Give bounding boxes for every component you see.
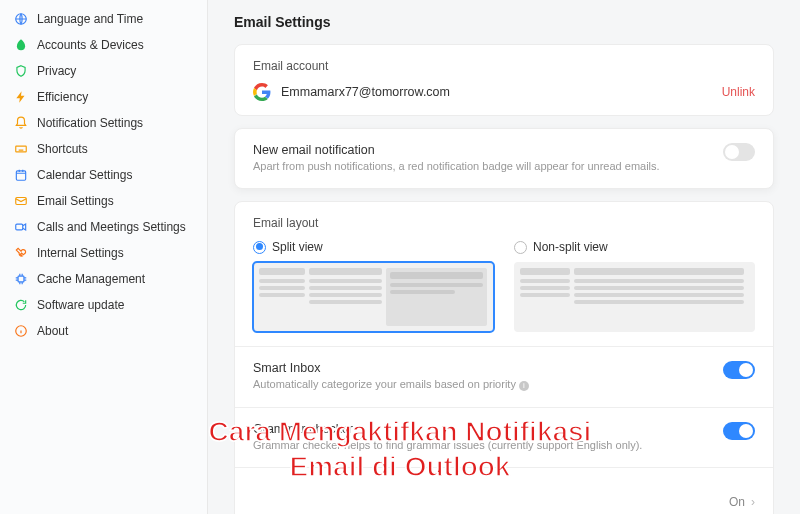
- sidebar-item-label: Privacy: [37, 64, 76, 78]
- info-icon[interactable]: i: [519, 381, 529, 391]
- sidebar-item-label: Software update: [37, 298, 124, 312]
- sidebar-item-label: Shortcuts: [37, 142, 88, 156]
- notification-toggle[interactable]: [723, 143, 755, 161]
- globe-icon: [14, 12, 28, 26]
- section-label: Email layout: [253, 216, 755, 230]
- chip-icon: [14, 272, 28, 286]
- grammar-title: Grammar checker: [253, 422, 723, 436]
- sidebar-item-cache-management[interactable]: Cache Management: [0, 266, 207, 292]
- radio-label: Split view: [272, 240, 323, 254]
- svg-rect-2: [16, 171, 25, 180]
- sidebar-item-about[interactable]: About: [0, 318, 207, 344]
- signature-row[interactable]: On ›: [253, 482, 755, 514]
- sidebar-item-privacy[interactable]: Privacy: [0, 58, 207, 84]
- settings-sidebar: Language and Time Accounts & Devices Pri…: [0, 0, 208, 514]
- radio-label: Non-split view: [533, 240, 608, 254]
- svg-rect-1: [16, 146, 27, 152]
- email-address: Emmamarx77@tomorrow.com: [281, 85, 450, 99]
- bolt-icon: [14, 90, 28, 104]
- sidebar-item-label: About: [37, 324, 68, 338]
- sidebar-item-label: Notification Settings: [37, 116, 143, 130]
- mail-icon: [14, 194, 28, 208]
- sidebar-item-efficiency[interactable]: Efficiency: [0, 84, 207, 110]
- video-icon: [14, 220, 28, 234]
- sidebar-item-label: Efficiency: [37, 90, 88, 104]
- svg-rect-4: [16, 224, 23, 230]
- divider: [235, 346, 773, 347]
- smart-inbox-row: Smart Inbox Automatically categorize you…: [253, 361, 755, 392]
- main-content: Email Settings Email account Emmamarx77@…: [208, 0, 800, 514]
- sidebar-item-label: Calls and Meetings Settings: [37, 220, 186, 234]
- split-view-preview: [253, 262, 494, 332]
- smart-inbox-title: Smart Inbox: [253, 361, 723, 375]
- layout-option-split[interactable]: Split view: [253, 240, 494, 332]
- sidebar-item-label: Calendar Settings: [37, 168, 132, 182]
- notification-description: Apart from push notifications, a red not…: [253, 159, 723, 174]
- grammar-description: Grammar checker helps to find grammar is…: [253, 438, 723, 453]
- nonsplit-view-preview: [514, 262, 755, 332]
- sidebar-item-notification-settings[interactable]: Notification Settings: [0, 110, 207, 136]
- unlink-button[interactable]: Unlink: [722, 85, 755, 99]
- divider: [235, 407, 773, 408]
- new-email-notification-card: New email notification Apart from push n…: [234, 128, 774, 189]
- bell-icon: [14, 116, 28, 130]
- sidebar-item-label: Email Settings: [37, 194, 114, 208]
- sidebar-item-label: Cache Management: [37, 272, 145, 286]
- sidebar-item-label: Language and Time: [37, 12, 143, 26]
- radio-unselected-icon: [514, 241, 527, 254]
- sidebar-item-shortcuts[interactable]: Shortcuts: [0, 136, 207, 162]
- sidebar-item-label: Accounts & Devices: [37, 38, 144, 52]
- info-icon: [14, 324, 28, 338]
- wrench-icon: [14, 246, 28, 260]
- sidebar-item-calls-meetings[interactable]: Calls and Meetings Settings: [0, 214, 207, 240]
- refresh-icon: [14, 298, 28, 312]
- chevron-right-icon: ›: [751, 495, 755, 509]
- sidebar-item-software-update[interactable]: Software update: [0, 292, 207, 318]
- svg-rect-5: [18, 276, 24, 282]
- grammar-toggle[interactable]: [723, 422, 755, 440]
- rest-settings-card: Email layout Split view: [234, 201, 774, 514]
- section-label: Email account: [253, 59, 755, 73]
- sidebar-item-calendar-settings[interactable]: Calendar Settings: [0, 162, 207, 188]
- radio-selected-icon: [253, 241, 266, 254]
- layout-option-nonsplit[interactable]: Non-split view: [514, 240, 755, 332]
- sidebar-item-label: Internal Settings: [37, 246, 124, 260]
- google-icon: [253, 83, 271, 101]
- sidebar-item-language-time[interactable]: Language and Time: [0, 6, 207, 32]
- sidebar-item-email-settings[interactable]: Email Settings: [0, 188, 207, 214]
- divider: [235, 467, 773, 468]
- signature-description: [253, 502, 729, 514]
- smart-inbox-toggle[interactable]: [723, 361, 755, 379]
- sidebar-item-internal-settings[interactable]: Internal Settings: [0, 240, 207, 266]
- email-account-card: Email account Emmamarx77@tomorrow.com Un…: [234, 44, 774, 116]
- sidebar-item-accounts-devices[interactable]: Accounts & Devices: [0, 32, 207, 58]
- calendar-icon: [14, 168, 28, 182]
- smart-inbox-description: Automatically categorize your emails bas…: [253, 377, 723, 392]
- shield-icon: [14, 64, 28, 78]
- signature-title: [253, 486, 729, 500]
- notification-title: New email notification: [253, 143, 723, 157]
- leaf-icon: [14, 38, 28, 52]
- page-title: Email Settings: [234, 14, 774, 30]
- grammar-checker-row: Grammar checker Grammar checker helps to…: [253, 422, 755, 453]
- keyboard-icon: [14, 142, 28, 156]
- signature-value: On: [729, 495, 745, 509]
